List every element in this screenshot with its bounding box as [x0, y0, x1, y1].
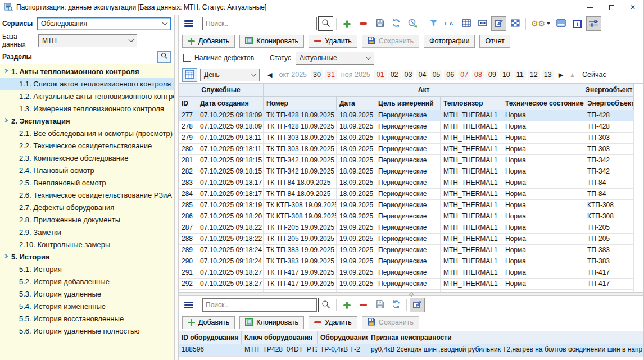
collapse-panel-button[interactable]: ▲: [568, 71, 577, 78]
table-row[interactable]: 28707.10.2025 09:18:22ТК ТП-205 19.09.20…: [179, 222, 634, 234]
table-row[interactable]: 27807.10.2025 09:18:09ТК ТП-428 18.09.20…: [179, 121, 634, 133]
tree-item[interactable]: 5.2. История добавленные: [0, 275, 174, 288]
tree-item[interactable]: 5.5. История восстановленные: [0, 312, 174, 325]
tree-item[interactable]: 2.7. Дефекты оборудования: [0, 201, 174, 213]
date-day[interactable]: 03: [402, 70, 415, 80]
date-day[interactable]: 31: [325, 70, 337, 80]
tree-item[interactable]: 2.8. Приложенные документы: [0, 213, 174, 226]
delete-row-button[interactable]: [356, 16, 371, 31]
tree-item[interactable]: 2.10. Контрольные замеры: [0, 238, 174, 250]
equipment-search-input[interactable]: [202, 298, 317, 312]
tree-section[interactable]: 1. Акты тепловизионного контроля: [0, 65, 174, 78]
horizontal-splitter[interactable]: [179, 292, 643, 296]
status-select[interactable]: Актуальные: [296, 52, 374, 65]
date-day[interactable]: 13: [542, 70, 554, 80]
tree-item[interactable]: 5.4. История измененные: [0, 300, 174, 312]
save-row-button[interactable]: [372, 16, 387, 31]
close-button[interactable]: ✕: [622, 0, 643, 15]
info-button[interactable]: i: [570, 16, 585, 31]
date-day[interactable]: 06: [444, 70, 456, 80]
column-header[interactable]: Оборудование: [318, 331, 368, 344]
column-header[interactable]: Дата: [337, 97, 375, 110]
column-header[interactable]: Номер: [264, 97, 337, 110]
tree-item[interactable]: 2.4. Плановый осмотр: [0, 164, 174, 176]
table-row[interactable]: 28307.10.2025 09:18:17ТК ТП-84 18.09.202…: [179, 177, 634, 189]
tree-item[interactable]: 1.3. Измерения тепловизионного контроля: [0, 102, 174, 115]
services-select[interactable]: Обследования: [37, 17, 171, 30]
date-day[interactable]: 04: [416, 70, 428, 80]
column-chooser-button[interactable]: FA: [442, 16, 457, 31]
table-row[interactable]: 27707.10.2025 09:18:09ТК ТП-428 18.09.20…: [179, 110, 634, 121]
column-header[interactable]: Техническое состояние: [502, 97, 584, 110]
column-header[interactable]: Энергообъект: [584, 97, 634, 110]
date-day[interactable]: 05: [430, 70, 442, 80]
column-header[interactable]: Дата создания: [197, 97, 264, 110]
date-day[interactable]: 11: [514, 70, 526, 80]
status-bar-button[interactable]: [554, 16, 569, 31]
column-header[interactable]: Признак неисправности: [368, 331, 643, 344]
table-row[interactable]: 28507.10.2025 09:18:19ТК КТП-308 19.09.2…: [179, 200, 634, 211]
search-input[interactable]: [202, 17, 317, 30]
database-select[interactable]: MTH: [38, 34, 137, 47]
cells-view-button[interactable]: [507, 16, 523, 31]
table-row[interactable]: 29207.10.2025 09:18:27ТК ТП-417 19.09.20…: [179, 279, 634, 290]
tree-item[interactable]: 1.1. Список актов тепловизионного контро…: [0, 78, 174, 90]
maximize-button[interactable]: [601, 0, 622, 15]
table-row[interactable]: 27907.10.2025 09:18:11ТК ТП-303 18.09.20…: [179, 133, 634, 144]
clone-button[interactable]: Клонировать: [239, 316, 304, 329]
tree-item[interactable]: 2.6. Техническое освидетельствование РЗи…: [0, 189, 174, 201]
auto-refresh-button[interactable]: [405, 16, 420, 31]
table-row[interactable]: 28807.10.2025 09:18:22ТК ТП-205 19.09.20…: [179, 234, 634, 245]
vertical-splitter[interactable]: [174, 15, 179, 360]
edit-mode-button[interactable]: [410, 298, 425, 312]
delete-button[interactable]: Удалить: [309, 316, 357, 329]
clone-button[interactable]: Клонировать: [239, 35, 304, 48]
calendar-button[interactable]: [182, 68, 197, 82]
tree-section[interactable]: 5. История: [0, 250, 174, 263]
table-row[interactable]: 28907.10.2025 09:18:24ТК ТП-383 19.09.20…: [179, 245, 634, 256]
table-row[interactable]: 28207.10.2025 09:18:15ТК ТП-342 18.09.20…: [179, 166, 634, 177]
date-day[interactable]: 02: [388, 70, 401, 80]
table-row[interactable]: 188596MTH_TP428_04DT_PT2ТР-0,4кВ Т-2ру0,…: [179, 344, 643, 357]
date-day[interactable]: 07: [458, 70, 470, 80]
table-row[interactable]: 29107.10.2025 09:18:27ТК ТП-417 19.09.20…: [179, 267, 634, 279]
column-header[interactable]: Цель измерений: [375, 97, 441, 110]
tree-item[interactable]: 5.6. История удаленные полностью: [0, 325, 174, 337]
save-button[interactable]: Сохранить: [362, 316, 419, 329]
date-day[interactable]: 09: [486, 70, 498, 80]
column-header[interactable]: Тепловизор: [441, 97, 502, 110]
save-button[interactable]: Сохранить: [362, 35, 419, 48]
table-row[interactable]: 28407.10.2025 09:18:17ТК ТП-84 18.09.202…: [179, 189, 634, 200]
report-button[interactable]: Отчет: [479, 35, 510, 48]
date-day[interactable]: 01: [374, 70, 387, 80]
add-button[interactable]: Добавить: [182, 316, 235, 329]
tree-item[interactable]: 2.5. Внеплановый осмотр: [0, 176, 174, 189]
sections-search-button[interactable]: [157, 51, 171, 63]
add-button[interactable]: Добавить: [182, 35, 235, 48]
table-row[interactable]: 28107.10.2025 09:18:15ТК ТП-342 18.09.20…: [179, 155, 634, 166]
delete-button[interactable]: Удалить: [309, 35, 357, 48]
add-row-button[interactable]: [339, 16, 355, 31]
edit-mode-button[interactable]: [491, 16, 506, 31]
column-header[interactable]: Ключ оборудования: [242, 331, 318, 344]
grid-view-button[interactable]: [459, 16, 474, 31]
column-header[interactable]: ID оборудования: [179, 331, 242, 344]
tree-item[interactable]: 2.9. Заметки: [0, 226, 174, 238]
tree-section[interactable]: 2. Эксплуатация: [0, 115, 174, 127]
now-button[interactable]: Сейчас: [582, 71, 606, 79]
tree-item[interactable]: 1.2. Актуальные акты тепловизионного кон…: [0, 90, 174, 102]
refresh-button[interactable]: [388, 298, 403, 312]
add-row-button[interactable]: [339, 298, 355, 312]
refresh-button[interactable]: [388, 16, 403, 31]
date-day[interactable]: 10: [500, 70, 513, 80]
minimize-button[interactable]: [579, 0, 601, 15]
menu-button[interactable]: [181, 298, 196, 312]
date-day[interactable]: 08: [472, 70, 484, 80]
table-row[interactable]: 28007.10.2025 09:18:11ТК ТП-303 18.09.20…: [179, 144, 634, 155]
next-period-button[interactable]: ▶: [557, 71, 565, 79]
photos-button[interactable]: Фотографии: [424, 35, 475, 48]
tree-item[interactable]: 5.3. История удаленные: [0, 288, 174, 300]
vertical-scrollbar[interactable]: [634, 83, 643, 292]
defects-checkbox[interactable]: [183, 54, 191, 62]
period-mode-select[interactable]: День: [200, 69, 260, 81]
